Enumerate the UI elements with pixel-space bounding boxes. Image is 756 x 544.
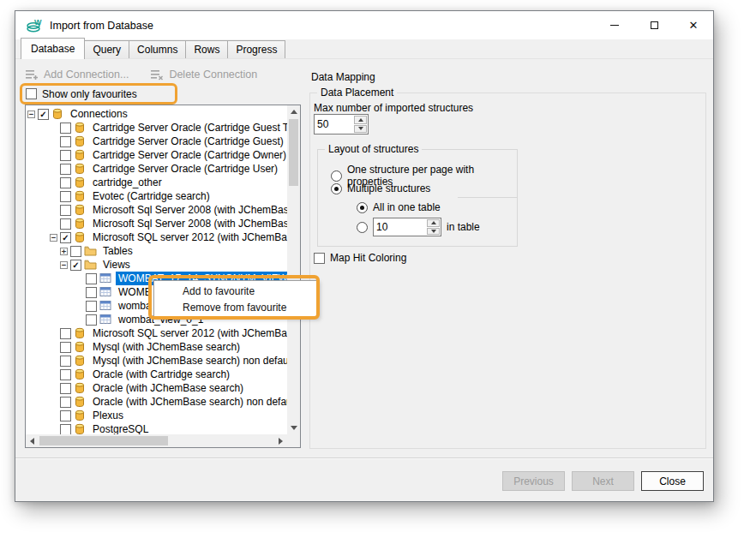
tree-item-checkbox[interactable]: [60, 150, 71, 161]
in-table-input[interactable]: [374, 218, 426, 236]
tree-item-checkbox[interactable]: [60, 205, 71, 216]
next-button[interactable]: Next: [572, 471, 634, 491]
tab-progress[interactable]: Progress: [227, 40, 285, 58]
scroll-right-button[interactable]: [274, 434, 287, 447]
tree-item-checkbox[interactable]: [60, 191, 71, 202]
tree-item-checkbox[interactable]: [86, 301, 97, 312]
tree-item-label: Views: [100, 258, 133, 272]
map-hit-coloring-checkbox[interactable]: [314, 253, 325, 264]
svg-text:W: W: [34, 18, 42, 27]
tree-item[interactable]: Microsoft Sql Server 2008 (with JChemBas…: [26, 217, 287, 230]
n-in-table-radio[interactable]: [357, 222, 368, 233]
tree-item-checkbox[interactable]: ✓: [60, 232, 71, 243]
spin-down-button[interactable]: [354, 125, 367, 134]
tree-item[interactable]: −✓Microsoft SQL server 2012 (with JChemB…: [26, 230, 287, 244]
tree-item-checkbox[interactable]: [60, 177, 71, 188]
tree-item[interactable]: PostgreSQL: [26, 422, 287, 434]
tree-item[interactable]: Cartridge Server Oracle (Cartridge Owner…: [26, 148, 287, 162]
tree-item-label: Microsoft Sql Server 2008 (with JChemBas…: [90, 203, 287, 217]
collapse-icon[interactable]: −: [27, 111, 35, 118]
tree-item[interactable]: −✓Connections: [26, 107, 287, 121]
scroll-down-button[interactable]: [287, 421, 300, 434]
collapse-icon[interactable]: −: [50, 234, 57, 242]
tab-columns[interactable]: Columns: [129, 40, 186, 58]
spin-down-button[interactable]: [427, 228, 440, 236]
tree-item-checkbox[interactable]: [60, 218, 71, 230]
expand-icon[interactable]: +: [60, 248, 68, 255]
close-dialog-button[interactable]: Close: [641, 471, 704, 491]
vertical-scroll-thumb[interactable]: [289, 119, 298, 186]
tree-item-checkbox[interactable]: [60, 328, 71, 339]
tree-item[interactable]: Cartridge Server Oracle (Cartridge User): [26, 162, 287, 176]
horizontal-scrollbar[interactable]: [26, 434, 287, 447]
horizontal-scroll-thumb[interactable]: [39, 436, 168, 445]
tab-database[interactable]: Database: [21, 38, 85, 59]
tree-item[interactable]: Cartridge Server Oracle (Cartridge Guest…: [26, 121, 287, 135]
maximize-button[interactable]: [634, 11, 674, 39]
database-icon: [74, 149, 87, 161]
tree-item[interactable]: Cartridge Server Oracle (Cartridge Guest…: [26, 135, 287, 148]
tree-item-checkbox[interactable]: [60, 342, 71, 353]
minimize-button[interactable]: [595, 11, 634, 39]
show-only-favourites-checkbox[interactable]: [26, 88, 37, 99]
tree-item-checkbox[interactable]: [60, 383, 71, 394]
tree-item-checkbox[interactable]: [60, 164, 71, 175]
collapse-icon[interactable]: −: [60, 261, 68, 269]
tree-item[interactable]: Oracle (with JChemBase search): [26, 381, 287, 395]
spin-up-icon: [358, 118, 363, 122]
tree-item-checkbox[interactable]: [86, 314, 97, 326]
expander-spacer: [50, 426, 60, 433]
tree-item[interactable]: Microsoft SQL server 2012 (with JChemBas…: [26, 326, 287, 340]
tree-item[interactable]: Oracle (with JChemBase search) non defau…: [26, 395, 287, 409]
tree-item-checkbox[interactable]: [60, 397, 71, 408]
spin-up-button[interactable]: [354, 116, 367, 124]
one-structure-per-page-radio[interactable]: [331, 170, 342, 182]
tree-item[interactable]: Mysql (with JChemBase search) non defaul…: [26, 354, 287, 368]
tree-item-checkbox[interactable]: [60, 410, 71, 421]
expander-spacer: [50, 371, 60, 379]
tree-item-checkbox[interactable]: [70, 246, 81, 257]
scroll-up-button[interactable]: [287, 105, 300, 118]
tree-item[interactable]: −✓Views: [26, 258, 287, 272]
tree-item-checkbox[interactable]: [60, 123, 71, 134]
all-in-one-table-radio[interactable]: [357, 202, 368, 213]
tree-item[interactable]: Mysql (with JChemBase search): [26, 340, 287, 354]
tree-item-checkbox[interactable]: [60, 136, 71, 147]
max-structures-input[interactable]: [315, 115, 353, 134]
tree-item[interactable]: +Tables: [26, 244, 287, 258]
maximize-icon: [651, 21, 658, 29]
connections-tree: −✓ConnectionsCartridge Server Oracle (Ca…: [26, 105, 287, 434]
tree-item-checkbox[interactable]: ✓: [38, 109, 49, 120]
spinner-buttons: [426, 218, 441, 236]
previous-button[interactable]: Previous: [502, 471, 565, 491]
expander-spacer: [50, 220, 60, 228]
tree-item-checkbox[interactable]: ✓: [70, 260, 81, 271]
window-controls: ✕: [595, 11, 713, 39]
layout-of-structures-legend: Layout of structures: [325, 143, 422, 155]
tree-item-label: Evotec (Cartridge search): [90, 189, 213, 203]
tree-item[interactable]: cartridge_other: [26, 176, 287, 189]
close-button[interactable]: ✕: [674, 11, 713, 39]
context-menu: Add to favouriteRemove from favourite: [153, 280, 318, 318]
tree-item[interactable]: Microsoft Sql Server 2008 (with JChemBas…: [26, 203, 287, 217]
context-menu-item-add-to-favourite[interactable]: Add to favourite: [154, 283, 317, 299]
tree-item-checkbox[interactable]: [60, 424, 71, 435]
add-connection-button[interactable]: Add Connection...: [26, 66, 129, 83]
vertical-scrollbar[interactable]: [287, 105, 300, 434]
context-menu-item-remove-from-favourite[interactable]: Remove from favourite: [154, 299, 317, 315]
tree-item[interactable]: Oracle (with Cartridge search): [26, 368, 287, 381]
tree-item-checkbox[interactable]: [60, 369, 71, 380]
tree-item-checkbox[interactable]: [86, 287, 97, 298]
scroll-left-button[interactable]: [26, 434, 39, 447]
database-icon: [74, 423, 87, 434]
delete-connection-button[interactable]: Delete Connection: [151, 66, 257, 83]
spin-up-button[interactable]: [427, 219, 440, 227]
tree-item-checkbox[interactable]: [86, 273, 97, 284]
tab-query[interactable]: Query: [84, 40, 129, 58]
tree-item[interactable]: Evotec (Cartridge search): [26, 189, 287, 203]
tab-rows[interactable]: Rows: [185, 40, 228, 58]
tree-item[interactable]: Plexus: [26, 409, 287, 422]
multiple-structures-radio[interactable]: [331, 183, 342, 194]
data-mapping-header: Data Mapping: [311, 71, 375, 83]
tree-item-checkbox[interactable]: [60, 356, 71, 367]
